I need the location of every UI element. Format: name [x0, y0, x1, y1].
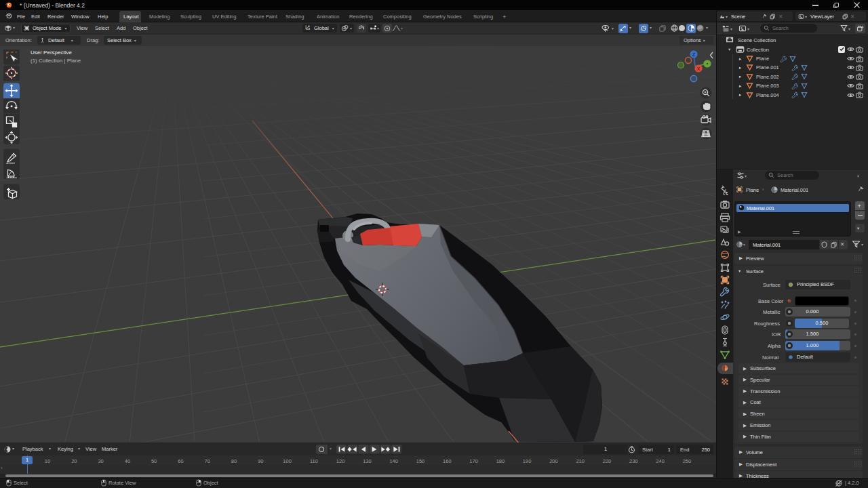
svg-text:X: X [696, 66, 700, 72]
svg-text:Z: Z [692, 52, 696, 58]
